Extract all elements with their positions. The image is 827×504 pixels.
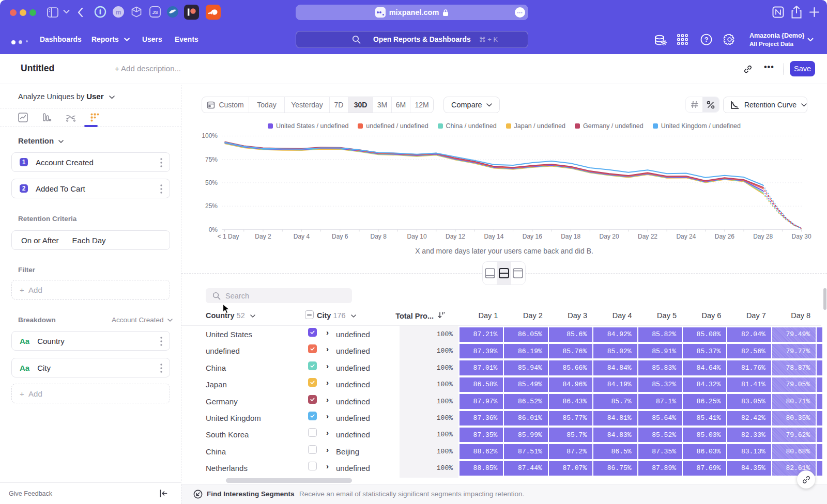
svg-text:m: m bbox=[116, 9, 121, 16]
svg-text:JS: JS bbox=[152, 10, 158, 15]
svg-text:?: ? bbox=[705, 36, 709, 43]
